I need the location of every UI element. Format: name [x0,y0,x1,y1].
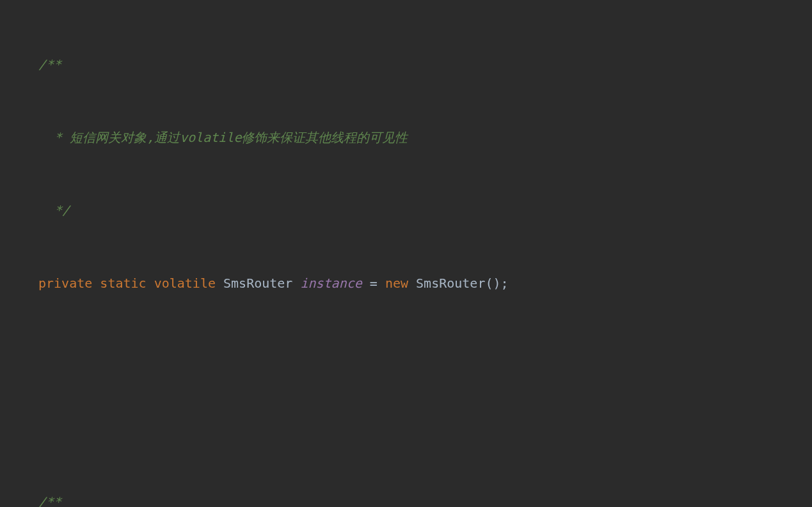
keyword-volatile: volatile [154,276,216,291]
keyword-private: private [38,276,92,291]
ctor-smsrouter: SmsRouter [416,276,485,291]
code-editor[interactable]: /** * 短信网关对象,通过volatile修饰来保证其他线程的可见性 */ … [0,0,812,507]
punct: (); [485,276,508,291]
comment: /** [38,494,61,507]
keyword-new: new [385,276,408,291]
comment: /** [38,57,61,72]
type-smsrouter: SmsRouter [223,276,292,291]
field-instance: instance [300,276,362,291]
punct: = [362,276,385,291]
keyword-static: static [100,276,146,291]
comment: */ [47,203,70,218]
comment: * 短信网关对象,通过volatile修饰来保证其他线程的可见性 [47,130,408,145]
